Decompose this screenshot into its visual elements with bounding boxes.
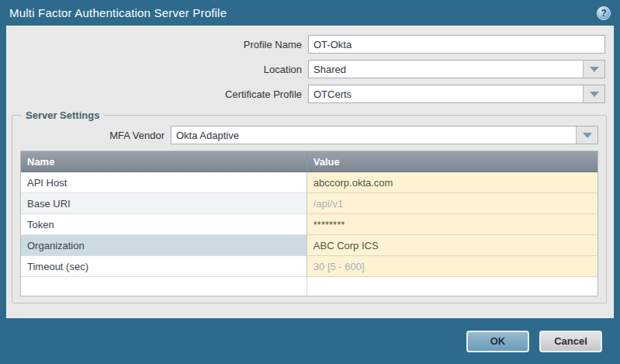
table-empty-area: [21, 277, 597, 296]
certificate-profile-label: Certificate Profile: [7, 88, 308, 100]
location-row: Location Shared: [7, 60, 605, 78]
setting-name: Organization: [21, 235, 307, 256]
mfa-vendor-value: Okta Adaptive: [171, 127, 576, 144]
table-row[interactable]: API Host abccorp.okta.com: [21, 172, 597, 193]
certificate-profile-row: Certificate Profile OTCerts: [7, 85, 605, 103]
setting-value-input[interactable]: ABC Corp ICS: [307, 235, 597, 256]
setting-name: Token: [21, 214, 307, 235]
location-value: Shared: [309, 61, 583, 78]
certificate-profile-value: OTCerts: [309, 85, 583, 102]
setting-value-input[interactable]: abccorp.okta.com: [307, 172, 597, 193]
setting-name: Timeout (sec): [21, 256, 307, 277]
column-header-name[interactable]: Name: [21, 151, 307, 172]
location-dropdown[interactable]: Shared: [308, 60, 605, 78]
ok-button[interactable]: OK: [466, 331, 529, 352]
setting-value-input[interactable]: 30 [5 - 600]: [307, 256, 597, 277]
server-settings-legend: Server Settings: [22, 109, 103, 121]
caret-down-icon: [590, 92, 599, 97]
location-dropdown-trigger[interactable]: [583, 61, 604, 78]
certificate-profile-dropdown[interactable]: OTCerts: [308, 85, 605, 103]
column-header-value[interactable]: Value: [307, 151, 597, 172]
caret-down-icon: [583, 133, 592, 138]
server-settings-group: Server Settings MFA Vendor Okta Adaptive…: [12, 109, 607, 303]
certificate-profile-dropdown-trigger[interactable]: [583, 85, 604, 102]
caret-down-icon: [590, 67, 599, 72]
vendor-settings-table: Name Value API Host abccorp.okta.com Bas…: [20, 151, 598, 296]
table-row-selected[interactable]: Organization ABC Corp ICS: [21, 235, 597, 256]
mfa-vendor-row: MFA Vendor Okta Adaptive: [19, 126, 598, 144]
help-icon[interactable]: ?: [597, 6, 611, 20]
dialog-titlebar: Multi Factor Authentication Server Profi…: [0, 0, 620, 26]
table-row[interactable]: Token ********: [21, 214, 597, 235]
location-label: Location: [7, 64, 308, 75]
mfa-server-profile-dialog: Multi Factor Authentication Server Profi…: [0, 0, 620, 364]
profile-name-input[interactable]: [308, 35, 605, 54]
dialog-footer: OK Cancel: [0, 318, 620, 364]
setting-name: Base URI: [21, 193, 307, 214]
setting-value-input[interactable]: /api/v1: [307, 193, 597, 214]
dialog-content: Profile Name Location Shared Certificate…: [6, 26, 614, 318]
dialog-title: Multi Factor Authentication Server Profi…: [9, 6, 227, 19]
setting-name: API Host: [21, 172, 307, 193]
cancel-button[interactable]: Cancel: [539, 331, 602, 352]
table-row[interactable]: Base URI /api/v1: [21, 193, 597, 214]
mfa-vendor-label: MFA Vendor: [19, 130, 171, 141]
mfa-vendor-dropdown[interactable]: Okta Adaptive: [171, 126, 598, 144]
setting-value-input[interactable]: ********: [307, 214, 597, 235]
table-row[interactable]: Timeout (sec) 30 [5 - 600]: [21, 256, 597, 277]
mfa-vendor-dropdown-trigger[interactable]: [576, 127, 597, 144]
profile-name-label: Profile Name: [7, 39, 308, 50]
profile-name-row: Profile Name: [7, 35, 605, 54]
table-header-row: Name Value: [21, 151, 597, 172]
